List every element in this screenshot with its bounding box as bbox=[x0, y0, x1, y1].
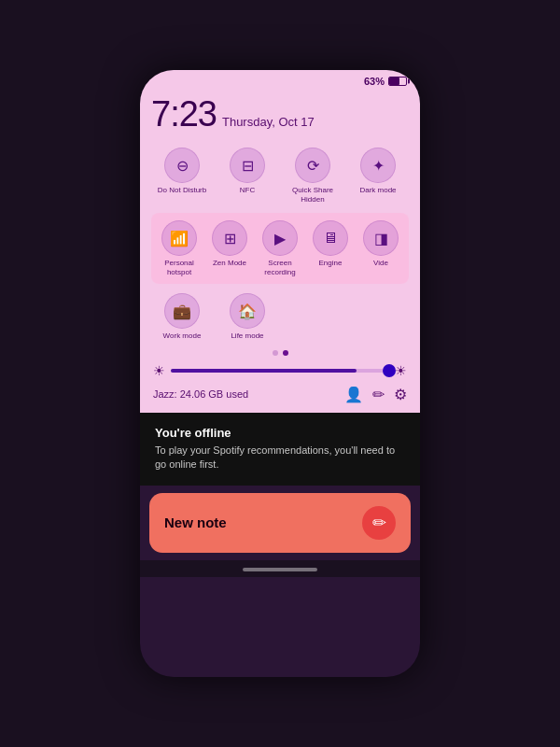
toggle-empty-2 bbox=[347, 289, 409, 345]
profile-icon[interactable]: 👤 bbox=[344, 386, 363, 403]
toggle-dark-mode[interactable]: ✦ Dark mode bbox=[347, 144, 409, 207]
brightness-max-icon: ☀ bbox=[395, 363, 407, 378]
slider-fill bbox=[171, 369, 357, 373]
spotify-notification[interactable]: You're offline To play your Spotify reco… bbox=[140, 413, 420, 486]
status-bar: 63% bbox=[140, 70, 420, 89]
spotify-body: To play your Spotify recommendations, yo… bbox=[155, 444, 405, 472]
toggle-hotspot[interactable]: 📶 Personal hotspot bbox=[155, 217, 203, 280]
new-note-notification[interactable]: New note ✏ bbox=[149, 493, 411, 553]
toggle-life-mode[interactable]: 🏠 Life mode bbox=[217, 289, 278, 345]
date-display: Thursday, Oct 17 bbox=[222, 115, 315, 129]
time-row: 7:23 Thursday, Oct 17 bbox=[151, 94, 409, 134]
dot-1 bbox=[273, 350, 278, 356]
toggle-grid-row1: ⊖ Do Not Disturb ⊟ NFC ⟳ Quick Share Hid… bbox=[151, 144, 409, 207]
toggle-empty-1 bbox=[282, 289, 343, 345]
brightness-row: ☀ ☀ bbox=[151, 363, 409, 378]
new-note-edit-icon: ✏ bbox=[372, 513, 386, 533]
toggle-grid-row2: 📶 Personal hotspot ⊞ Zen Mode ▶ Screen r… bbox=[151, 213, 409, 284]
dot-2 bbox=[283, 350, 288, 356]
slider-track[interactable] bbox=[171, 369, 389, 373]
footer-info: Jazz: 24.06 GB used 👤 ✏ ⚙ bbox=[151, 386, 409, 403]
battery-fill bbox=[389, 78, 399, 85]
footer-icons: 👤 ✏ ⚙ bbox=[344, 386, 407, 403]
toggle-work-mode[interactable]: 💼 Work mode bbox=[151, 289, 213, 345]
toggle-nfc[interactable]: ⊟ NFC bbox=[217, 144, 278, 207]
new-note-button[interactable]: ✏ bbox=[362, 506, 396, 540]
toggle-grid-row3: 💼 Work mode 🏠 Life mode bbox=[151, 289, 409, 345]
battery-percent: 63% bbox=[364, 76, 385, 87]
quick-settings-panel: 7:23 Thursday, Oct 17 ⊖ Do Not Disturb ⊟… bbox=[140, 89, 420, 413]
phone-outer: 63% 7:23 Thursday, Oct 17 ⊖ Do Not Distu… bbox=[140, 70, 420, 677]
home-indicator bbox=[140, 560, 420, 577]
brightness-min-icon: ☀ bbox=[153, 363, 165, 378]
edit-icon[interactable]: ✏ bbox=[372, 386, 385, 403]
toggle-quick-share[interactable]: ⟳ Quick Share Hidden bbox=[282, 144, 343, 207]
toggle-zen-mode[interactable]: ⊞ Zen Mode bbox=[205, 217, 254, 280]
new-note-text: New note bbox=[164, 514, 227, 530]
toggle-do-not-disturb[interactable]: ⊖ Do Not Disturb bbox=[151, 144, 213, 207]
slider-thumb bbox=[383, 364, 396, 377]
home-bar bbox=[243, 568, 317, 571]
storage-text: Jazz: 24.06 GB used bbox=[153, 388, 248, 400]
toggle-screen-recording[interactable]: ▶ Screen recording bbox=[256, 217, 304, 280]
spotify-title: You're offline bbox=[155, 426, 405, 440]
battery-icon bbox=[388, 77, 407, 86]
toggle-engine[interactable]: 🖥 Engine bbox=[306, 217, 355, 280]
settings-icon[interactable]: ⚙ bbox=[394, 386, 407, 403]
time-display: 7:23 bbox=[151, 94, 217, 134]
toggle-video[interactable]: ◨ Vide bbox=[357, 217, 405, 280]
pagination-dots bbox=[151, 350, 409, 356]
